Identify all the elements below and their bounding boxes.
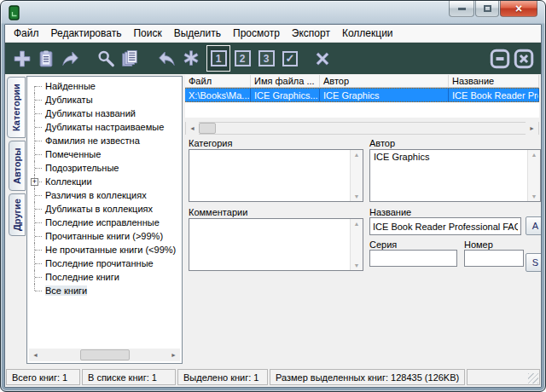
scroll-down-icon[interactable]: ▼ [531, 193, 537, 199]
comments-field[interactable] [189, 219, 350, 270]
paste-button[interactable] [34, 45, 58, 72]
tree-item-suspicious[interactable]: Подозрительные [29, 161, 180, 175]
menu-select[interactable]: Выделить [168, 26, 227, 41]
tree-item-unknown-surname[interactable]: Фамилия не известна [29, 134, 180, 147]
menu-export[interactable]: Экспорт [286, 26, 336, 41]
author-format-button[interactable]: A [526, 216, 542, 235]
scroll-up-icon[interactable]: ▲ [531, 152, 537, 158]
column-filename[interactable]: Имя файла ... [251, 75, 320, 87]
column-file[interactable]: Файл [185, 75, 251, 87]
tree-item-collection-differences[interactable]: Различия в коллекциях [29, 188, 180, 202]
menu-collections[interactable]: Коллекции [336, 26, 399, 41]
series-field[interactable] [369, 250, 457, 267]
expand-plus-icon[interactable]: + [31, 178, 38, 186]
status-books-selected: Выделено книг: 1 [177, 369, 268, 385]
tab-authors[interactable]: Авторы [9, 141, 26, 191]
cell-file: X:\Books\Ma... [185, 89, 251, 101]
tree-scroll-thumb[interactable] [80, 349, 130, 360]
scroll-right-icon[interactable]: ► [526, 122, 538, 135]
close-button[interactable]: × [500, 1, 537, 17]
menu-search[interactable]: Поиск [127, 26, 167, 41]
clipboard-icon [37, 49, 55, 68]
author-field[interactable]: ICE Graphics [370, 150, 527, 201]
view-2-button[interactable]: 2 [230, 45, 254, 72]
categories-tree-panel: Найденные Дубликаты Дубликаты названий Д… [26, 76, 183, 364]
tree-item-last-books[interactable]: Последние книги [29, 270, 180, 284]
tree-item-duplicates[interactable]: Дубликаты [29, 93, 180, 107]
export-arrow-button[interactable] [58, 45, 82, 72]
tab-categories[interactable]: Категории [7, 77, 26, 138]
status-books-in-list: В списке книг: 1 [82, 369, 176, 385]
author-scrollbar[interactable]: ▲ ▼ [527, 150, 540, 201]
table-horizontal-scrollbar[interactable]: ◄ ► [185, 122, 539, 135]
comments-label: Комментарии [189, 207, 247, 217]
search-icon [96, 49, 115, 68]
menu-file[interactable]: Файл [8, 26, 45, 41]
undo-button[interactable] [155, 45, 179, 72]
tree-item-last-read[interactable]: Последние прочитанные [29, 257, 180, 270]
tree-item-collections[interactable]: +Коллекции [29, 175, 180, 188]
asterisk-button[interactable] [179, 45, 203, 72]
cell-author: ICE Graphics [320, 89, 449, 101]
app-book-icon [9, 5, 20, 20]
maximize-button[interactable] [475, 1, 499, 17]
tree-item-unread-books[interactable]: Не прочитанные книги (<99%) [29, 243, 180, 257]
panel-close-button[interactable] [512, 45, 536, 72]
resize-grip[interactable] [528, 373, 538, 383]
view-1-button[interactable]: 1 [206, 45, 230, 72]
title-field[interactable] [369, 217, 521, 235]
menu-edit[interactable]: Редактировать [45, 26, 128, 41]
category-label: Категория [189, 138, 232, 148]
tree-item-collection-duplicates[interactable]: Дубликаты в коллекциях [29, 202, 180, 216]
scroll-up-icon[interactable]: ▲ [354, 221, 360, 227]
tree-item-found[interactable]: Найденные [29, 79, 180, 93]
tree-item-read-books[interactable]: Прочитанные книги (>99%) [29, 229, 180, 243]
add-book-button[interactable] [10, 45, 34, 72]
column-title[interactable]: Название [449, 75, 539, 87]
number-label: Номер [464, 239, 493, 250]
client-area: Файл Редактировать Поиск Выделить Просмо… [4, 24, 542, 388]
table-scroll-thumb[interactable] [199, 123, 216, 134]
scroll-up-icon[interactable]: ▲ [354, 152, 360, 158]
tree-item-custom-duplicates[interactable]: Дубликаты настраиваемые [29, 120, 180, 134]
menu-view[interactable]: Просмотр [227, 26, 286, 41]
status-empty-panel [467, 369, 540, 385]
tree-item-title-duplicates[interactable]: Дубликаты названий [29, 107, 180, 120]
scroll-left-icon[interactable]: ◄ [186, 122, 199, 135]
arrow-right-icon [61, 49, 79, 68]
search-button[interactable] [94, 45, 118, 72]
view-3-button[interactable]: 3 [254, 45, 278, 72]
app-window: × Файл Редактировать Поиск Выделить Прос… [0, 0, 546, 392]
table-row-selected[interactable]: X:\Books\Ma... ICE Graphics... ICE Graph… [185, 88, 539, 102]
scroll-right-icon[interactable]: ► [167, 349, 180, 361]
scroll-left-icon[interactable]: ◄ [29, 349, 42, 361]
tree-item-all-books[interactable]: Все книги [29, 284, 180, 297]
category-field[interactable] [189, 150, 350, 201]
scroll-down-icon[interactable]: ▼ [354, 193, 360, 199]
tree-horizontal-scrollbar[interactable]: ◄ ► [29, 349, 180, 361]
number-field[interactable] [464, 250, 524, 267]
scroll-down-icon[interactable]: ▼ [354, 262, 360, 268]
tree-item-marked[interactable]: Помеченные [29, 147, 180, 161]
tree-item-last-corrected[interactable]: Последние исправленные [29, 216, 180, 229]
window-controls: × [448, 1, 537, 17]
status-total-books: Всего книг: 1 [6, 369, 80, 385]
column-author[interactable]: Автор [320, 75, 449, 87]
plus-icon [13, 49, 32, 68]
panel-minimize-button[interactable] [488, 45, 512, 72]
comments-field-wrap: ▲ ▼ [189, 218, 363, 271]
tab-other[interactable]: Другие [9, 193, 26, 236]
series-format-button[interactable]: S [526, 253, 542, 272]
comments-scrollbar[interactable]: ▲ ▼ [350, 219, 363, 270]
delete-button[interactable] [311, 45, 334, 72]
checkbox-view-button[interactable]: ✓ [278, 45, 302, 72]
minimize-button[interactable] [449, 1, 474, 17]
status-bar: Всего книг: 1 В списке книг: 1 Выделено … [5, 368, 541, 387]
category-scrollbar[interactable]: ▲ ▼ [350, 150, 363, 201]
maximize-icon [484, 5, 491, 12]
copy-documents-button[interactable] [118, 45, 142, 72]
toolbar: 1 2 3 ✓ [5, 43, 541, 74]
title-bar[interactable]: × [1, 1, 545, 24]
minimize-icon [458, 8, 466, 10]
title-label: Название [369, 207, 411, 217]
